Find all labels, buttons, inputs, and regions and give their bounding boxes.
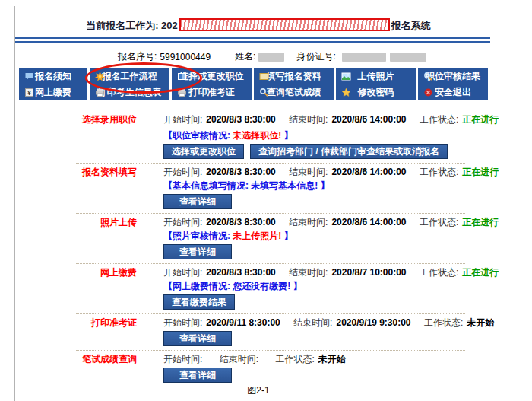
menu-label: 选择或更改职位 [180,70,244,83]
printer-icon [95,88,105,97]
applicant-info-bar: 报名序号: 5991000449 姓名: 身份证号: [118,50,426,63]
section-times: 开始时间:2020/8/3 8:30:00 结束时间:2020/8/6 14:0… [163,167,509,177]
reg-no-value: 5991000449 [160,52,211,62]
menu-label: 报名须知 [35,70,71,83]
menu-item-print-info-form[interactable]: 打印考生信息表 [90,84,169,100]
figure-caption: 图2-1 [8,384,509,397]
section-divider [76,313,465,314]
query-review-or-cancel-button[interactable]: 查询招考部门 / 仲裁部门审查结果或取消报名 [250,144,448,159]
menu-label: 职位审核结果 [426,70,480,83]
exit-icon [423,88,433,97]
menu-item-upload-photo[interactable]: 上传照片 [336,68,416,84]
star-icon [341,88,351,97]
status-badge: 未开始 [467,317,494,328]
section-title: 报名资料填写 [15,167,137,177]
section-title: 网上缴费 [15,267,137,278]
menu-item-notice[interactable]: 报名须知 [19,68,87,84]
title-suffix: 报名系统 [391,20,431,31]
name-redacted-box [258,53,284,62]
status-badge: 未开始 [318,354,346,364]
menu-label: 打印准考证 [189,86,235,99]
position-panels-icon [177,72,187,81]
view-detail-button[interactable]: 查看详细 [163,368,232,383]
section-times: 开始时间:2020/8/3 8:30:00 结束时间:2020/8/6 14:0… [163,114,509,125]
section-note: 【照片审核情况: 未上传照片! 】 [163,231,490,241]
note-warning: 未上传照片! [233,231,283,241]
section-note: 【网上缴费情况: 您还没有缴费! 】 [163,282,490,291]
status-badge: 正在进行 [462,267,499,278]
section-times: 开始时间:2020/9/11 8:30:00 结束时间:2020/9/19 9:… [163,317,505,328]
view-detail-button[interactable]: 查看详细 [163,244,232,259]
menu-label: 安全退出 [435,86,471,99]
menu-label: 上传照片 [358,70,394,83]
menu-label: 查询笔试成绩 [267,86,321,99]
id-redacted-box-1 [342,53,386,62]
section-exam-score: 笔试成绩查询 开始时间: 结束时间: 工作状态:未开始 查看详细 [15,354,490,387]
magnifier-icon [259,88,269,97]
section-title: 选择录用职位 [15,114,137,125]
status-badge: 正在进行 [462,114,499,125]
section-note: 【基本信息填写情况: 未填写基本信息! 】 [163,181,490,191]
menu-label: 报名工作流程 [103,70,157,83]
speech-bubble-icon [24,72,34,81]
section-divider [76,350,465,351]
workflow-sun-icon [95,72,105,81]
photo-icon [341,72,351,81]
form-book-icon [259,72,269,81]
menu-label: 修改密码 [358,86,394,99]
printer-icon [177,88,187,97]
section-title: 打印准考证 [15,317,137,328]
menu-item-query-score[interactable]: 查询笔试成绩 [254,84,334,100]
view-detail-button[interactable]: 查看详细 [163,194,232,209]
menu-label: 填写报名资料 [267,70,321,83]
menu-item-change-password[interactable]: 修改密码 [336,84,416,100]
header-divider [15,37,490,43]
reg-no-label: 报名序号: [118,50,157,63]
name-label: 姓名: [235,50,255,63]
registration-system-page: 当前报名工作为: 202报名系统 报名序号: 5991000449 姓名: 身份… [0,0,532,401]
section-select-position: 选择录用职位 开始时间:2020/8/3 8:30:00 结束时间:2020/8… [15,108,490,164]
section-photo-upload: 照片上传 开始时间:2020/8/3 8:30:00 结束时间:2020/8/6… [15,217,490,264]
status-badge: 正在进行 [462,167,499,177]
section-divider [76,263,465,264]
section-divider [76,213,465,214]
menu-item-logout[interactable]: 安全退出 [418,84,488,100]
redacted-title-box [179,18,390,31]
menu-label: 打印考生信息表 [98,86,162,99]
view-detail-button[interactable]: 查看详细 [163,331,232,346]
menu-item-workflow[interactable]: 报名工作流程 [90,68,169,84]
yen-icon: ¥ [24,88,34,97]
menu-row-1: 报名须知 报名工作流程 选择或更改职位 填写报名资料 上传照片 职位审核结果 [19,68,488,84]
menu-item-print-admission[interactable]: 打印准考证 [172,84,252,100]
svg-text:¥: ¥ [27,89,31,97]
id-label: 身份证号: [296,50,335,63]
menu-item-pay-online[interactable]: ¥ 网上缴费 [19,84,87,100]
note-warning: 未选择职位! [233,130,283,141]
select-position-button[interactable]: 选择或更改职位 [163,144,244,159]
section-fill-info: 报名资料填写 开始时间:2020/8/3 8:30:00 结束时间:2020/8… [15,167,490,214]
id-redacted-box-2 [390,53,426,62]
menu-label: 网上缴费 [35,86,71,99]
workflow-status-list: 选择录用职位 开始时间:2020/8/3 8:30:00 结束时间:2020/8… [15,108,490,390]
section-print-admission: 打印准考证 开始时间:2020/9/11 8:30:00 结束时间:2020/9… [15,317,490,351]
menu-item-review-result[interactable]: 职位审核结果 [418,68,488,84]
page-title: 当前报名工作为: 202报名系统 [8,18,509,33]
section-divider [76,163,465,164]
section-pay-online: 网上缴费 开始时间:2020/8/3 8:30:00 结束时间:2020/8/7… [15,267,490,314]
section-times: 开始时间: 结束时间: 工作状态:未开始 [163,354,356,364]
section-title: 照片上传 [15,217,137,228]
magnifier-icon [423,72,433,81]
menu-item-select-position[interactable]: 选择或更改职位 [172,68,252,84]
view-payment-result-button[interactable]: 查看缴费结果 [163,294,235,310]
title-prefix: 当前报名工作为: 202 [86,20,178,31]
main-menu: 报名须知 报名工作流程 选择或更改职位 填写报名资料 上传照片 职位审核结果 [19,68,488,100]
section-note: 【职位审核情况: 未选择职位! 】 [163,131,490,141]
status-badge: 正在进行 [462,217,499,228]
section-title: 笔试成绩查询 [15,354,137,364]
menu-row-2: ¥ 网上缴费 打印考生信息表 打印准考证 查询笔试成绩 修改密码 安全退出 [19,84,488,100]
section-times: 开始时间:2020/8/3 8:30:00 结束时间:2020/8/6 14:0… [163,217,509,228]
menu-item-fill-form[interactable]: 填写报名资料 [254,68,334,84]
section-times: 开始时间:2020/8/3 8:30:00 结束时间:2020/8/7 10:0… [163,267,509,278]
